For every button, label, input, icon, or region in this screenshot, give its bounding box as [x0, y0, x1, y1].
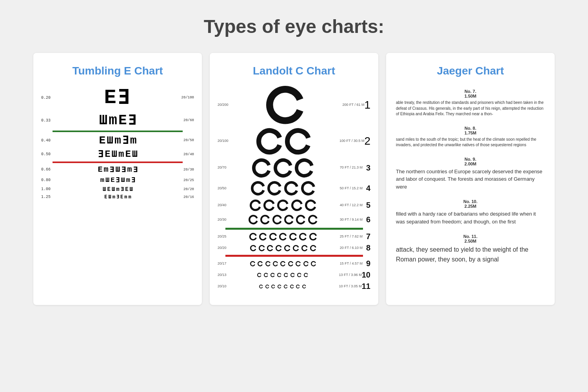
e-symbol: Ш	[103, 186, 105, 192]
landolt-c-content: 20/200200 FT / 61 M120/100100 FT / 30.5 …	[218, 85, 370, 291]
jaeger-section-text: attack, they seemed to yield to the weig…	[396, 245, 545, 265]
landolt-c-symbol	[279, 260, 286, 267]
c-row-label-left: 20/50	[218, 187, 227, 191]
tumbling-e-row: 1.00ШEШmƎEШ20/20	[41, 186, 194, 192]
jaeger-section: No. 8. 1.75Msand miles to the south of t…	[396, 126, 545, 148]
e-symbols: ƎEШmEШ	[52, 149, 183, 160]
e-symbol: m	[103, 165, 108, 174]
landolt-green-bar	[225, 228, 363, 230]
jaeger-section: No. 10. 2.25Mfilled with a hardy race of…	[396, 199, 545, 225]
landolt-c-symbol	[263, 272, 269, 278]
e-symbol: m	[118, 149, 123, 160]
tumbling-e-content: 0.20EƎ20/1000.33ШmEƎ20/600.40EШmƎm20/500…	[41, 85, 194, 200]
c-row-label-left: 20/200	[218, 103, 229, 107]
landolt-c-symbol	[266, 244, 274, 252]
e-symbol: m	[113, 194, 115, 200]
e-symbol: Ǝ	[116, 176, 119, 184]
c-row-number: 4	[363, 184, 370, 193]
tumbling-e-row: 1.25EШmƎEmm20/16	[41, 194, 194, 200]
c-symbols	[227, 232, 340, 241]
jaeger-card: Jaeger Chart No. 7. 1.50Mable treaty, th…	[386, 53, 555, 305]
tumbling-e-row: 0.80mШEƎШmƎ20/25	[41, 176, 194, 184]
c-row-label-left: 20/17	[218, 262, 227, 266]
e-row-label-right: 20/16	[183, 195, 194, 199]
c-symbols	[227, 284, 339, 289]
landolt-c-row: 20/2020 FT / 6.10 M8	[218, 243, 370, 252]
landolt-c-symbol	[260, 214, 270, 225]
landolt-c-symbol	[272, 214, 283, 225]
jaeger-section: No. 7. 1.50Mable treaty, the restitution…	[396, 89, 545, 117]
e-symbols: EƎ	[52, 85, 181, 110]
c-symbols	[227, 260, 340, 267]
landolt-c-symbol	[267, 180, 283, 196]
e-symbol: Ш	[105, 176, 109, 184]
landolt-c-symbol	[296, 272, 302, 278]
jaeger-section-header: No. 11. 2.50M	[396, 234, 545, 243]
c-row-number: 5	[363, 201, 370, 210]
landolt-c-symbol	[298, 232, 308, 241]
c-row-label-right: 13 FT / 3.96 M	[339, 273, 361, 277]
landolt-c-symbol	[303, 260, 309, 267]
e-row-label-left: 1.00	[41, 187, 52, 191]
landolt-c-symbol	[289, 284, 295, 289]
e-symbol: E	[111, 176, 114, 184]
c-row-label-left: 20/25	[218, 235, 227, 239]
landolt-c-symbol	[309, 244, 317, 252]
landolt-c-symbol	[249, 199, 262, 212]
landolt-c-symbol	[248, 214, 259, 225]
landolt-red-bar	[225, 255, 363, 257]
e-symbol: E	[104, 86, 116, 109]
landolt-c-symbol	[289, 232, 298, 241]
landolt-c-symbol	[310, 260, 317, 267]
landolt-c-symbol	[275, 244, 283, 252]
landolt-c-row: 20/5050 FT / 15.2 M4	[218, 180, 370, 196]
landolt-c-row: 20/4040 FT / 12.2 M5	[218, 199, 370, 212]
landolt-c-symbol	[251, 158, 272, 178]
e-symbol: m	[130, 134, 136, 147]
landolt-c-symbol	[277, 284, 282, 289]
landolt-c-symbol	[292, 244, 300, 252]
landolt-c-symbol	[309, 232, 318, 241]
e-symbol: Ш	[132, 149, 137, 160]
e-symbol: Ш	[107, 134, 113, 147]
landolt-c-symbol	[295, 260, 301, 267]
landolt-c-card: Landolt C Chart 20/200200 FT / 61 M120/1…	[210, 53, 378, 305]
landolt-c-symbol	[273, 158, 294, 178]
page-title: Types of eye charts:	[204, 16, 385, 37]
e-symbols: EШmƎEmm	[52, 194, 183, 200]
e-symbol: Ǝ	[133, 165, 138, 174]
e-row-label-right: 20/60	[183, 118, 194, 122]
e-symbol: Ǝ	[131, 176, 135, 184]
landolt-c-symbol	[300, 180, 316, 196]
e-symbol: E	[99, 134, 105, 147]
c-symbols	[227, 180, 340, 196]
landolt-c-symbol	[258, 232, 268, 241]
tumbling-e-row: 0.33ШmEƎ20/60	[41, 112, 194, 129]
e-symbol: m	[129, 194, 131, 200]
c-symbols	[227, 214, 340, 225]
jaeger-section-text: sand miles to the south of the tropic; b…	[396, 137, 545, 148]
landolt-c-symbol	[256, 127, 283, 155]
landolt-c-symbol	[295, 284, 301, 289]
landolt-c-symbol	[294, 158, 315, 178]
jaeger-section: No. 11. 2.50Mattack, they seemed to yiel…	[396, 234, 545, 265]
c-symbols	[229, 85, 343, 125]
landolt-c-symbol	[256, 272, 262, 278]
landolt-c-symbol	[284, 127, 312, 155]
c-row-label-right: 100 FT / 30.5 M	[339, 139, 364, 143]
c-row-label-left: 20/10	[218, 285, 227, 289]
jaeger-section-text: filled with a hardy race of barbarians w…	[396, 210, 545, 225]
e-symbol: m	[127, 165, 132, 174]
landolt-c-row: 20/1010 FT / 3.05 M11	[218, 282, 370, 291]
tumbling-e-title: Tumbling E Chart	[41, 65, 194, 77]
landolt-c-symbol	[270, 284, 276, 289]
c-row-number: 7	[363, 232, 370, 241]
landolt-c-symbol	[265, 85, 305, 125]
c-symbols	[229, 127, 340, 155]
jaeger-content: No. 7. 1.50Mable treaty, the restitution…	[394, 85, 547, 277]
landolt-c-symbol	[307, 214, 318, 225]
e-row-label-left: 0.33	[41, 118, 52, 123]
e-row-label-right: 20/100	[181, 96, 194, 100]
landolt-c-symbol	[265, 260, 271, 267]
jaeger-section: No. 9. 2.00MThe northern countries of Eu…	[396, 157, 545, 191]
